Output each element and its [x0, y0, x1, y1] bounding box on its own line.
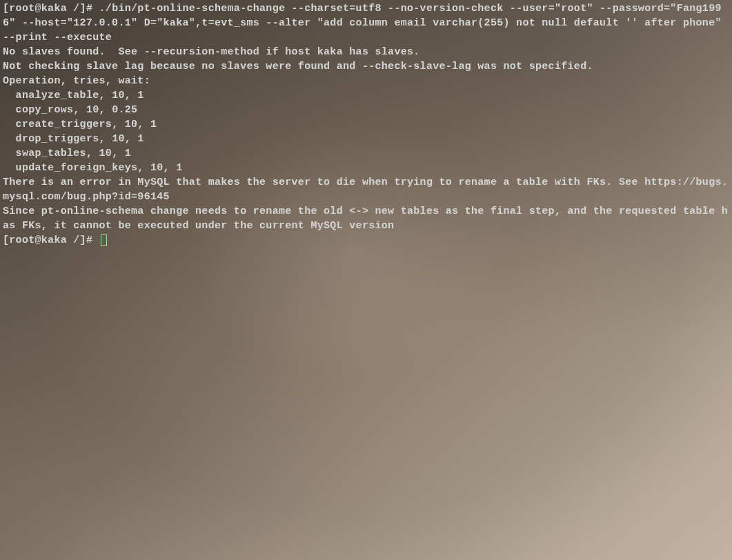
- output-line: No slaves found. See --recursion-method …: [3, 45, 729, 59]
- output-line: Since pt-online-schema change needs to r…: [3, 204, 729, 233]
- output-line: copy_rows, 10, 0.25: [3, 103, 729, 117]
- terminal-output-area[interactable]: [root@kaka /]# ./bin/pt-online-schema-ch…: [0, 0, 732, 249]
- command-text: ./bin/pt-online-schema-change --charset=…: [3, 3, 728, 43]
- output-line: analyze_table, 10, 1: [3, 88, 729, 103]
- output-line: Not checking slave lag because no slaves…: [3, 59, 729, 74]
- cursor-icon: [101, 234, 107, 246]
- output-line: There is an error in MySQL that makes th…: [3, 175, 729, 204]
- shell-prompt: [root@kaka /]#: [3, 3, 99, 14]
- command-line: [root@kaka /]# ./bin/pt-online-schema-ch…: [3, 1, 729, 45]
- output-line: swap_tables, 10, 1: [3, 146, 729, 161]
- prompt-line: [root@kaka /]#: [3, 233, 729, 248]
- output-line: update_foreign_keys, 10, 1: [3, 161, 729, 175]
- output-line: Operation, tries, wait:: [3, 74, 729, 88]
- shell-prompt: [root@kaka /]#: [3, 234, 99, 246]
- output-line: drop_triggers, 10, 1: [3, 132, 729, 146]
- output-line: create_triggers, 10, 1: [3, 117, 729, 132]
